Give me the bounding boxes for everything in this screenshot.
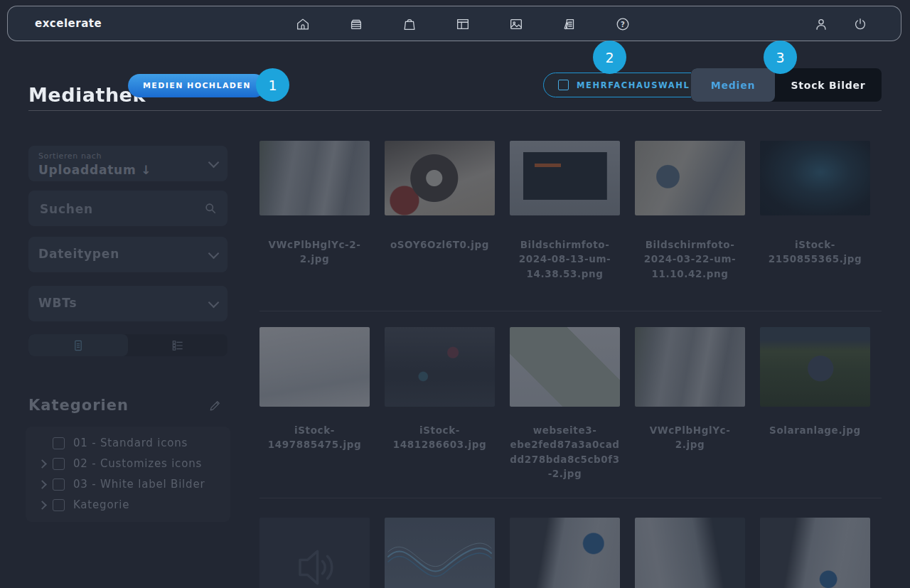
checkbox[interactable] <box>53 499 65 511</box>
media-item[interactable]: iStock-1497885475.jpg <box>259 327 370 481</box>
media-item[interactable]: Bildschirmfoto-2024-03-22-um-11.10.42.pn… <box>635 141 745 281</box>
thumbnail-image <box>385 327 495 407</box>
file-name: iStock-2150855365.jpg <box>760 237 870 267</box>
annotation-badge-2: 2 <box>593 41 626 74</box>
wbts-dropdown[interactable]: WBTs <box>28 286 228 321</box>
chevron-down-icon <box>208 297 220 309</box>
media-item[interactable] <box>259 518 370 588</box>
category-label: 01 - Standard icons <box>73 437 188 449</box>
category-item: Kategorie <box>26 496 230 516</box>
category-item: 03 - White label Bilder <box>26 475 230 496</box>
media-item[interactable] <box>385 518 495 588</box>
categories-title: Kategorien <box>28 397 129 414</box>
speaker-icon <box>285 538 345 588</box>
thumbnail-image <box>259 327 370 407</box>
multiselect-button[interactable]: MEHRFACHAUSWAHL <box>543 73 705 97</box>
media-source-tabs: Medien Stock Bilder <box>691 68 882 102</box>
wave-graphic <box>385 518 495 588</box>
media-item[interactable] <box>760 518 870 588</box>
categories-list: 01 - Standard icons 02 - Customizes icon… <box>26 427 230 522</box>
list-view-icon <box>171 338 185 353</box>
checkbox[interactable] <box>53 458 65 470</box>
file-name: oSOY6Ozl6T0.jpg <box>390 237 489 252</box>
file-name: webseite3-ebe2fed87a3a0caddd278bda8c5cb0… <box>510 423 620 481</box>
media-item[interactable]: iStock-1481286603.jpg <box>385 327 495 481</box>
upload-media-button[interactable]: MEDIEN HOCHLADEN <box>128 74 266 97</box>
chevron-down-icon <box>208 248 220 260</box>
grid-view-icon <box>71 338 85 353</box>
media-item[interactable]: webseite3-ebe2fed87a3a0caddd278bda8c5cb0… <box>510 327 620 481</box>
checkbox-icon <box>558 80 569 90</box>
file-name: iStock-1481286603.jpg <box>385 423 495 452</box>
thumbnail-image <box>760 518 870 588</box>
list-view-button[interactable] <box>128 334 228 356</box>
chevron-right-icon[interactable] <box>38 459 47 469</box>
tab-stock-bilder[interactable]: Stock Bilder <box>775 68 882 102</box>
chevron-right-icon[interactable] <box>38 501 47 510</box>
media-item[interactable]: VWcPlbHglYc-2.jpg <box>635 327 745 481</box>
annotation-badge-1: 1 <box>256 68 289 102</box>
file-name: Solaranlage.jpg <box>769 423 861 437</box>
media-item[interactable]: Bildschirmfoto-2024-08-13-um-14.38.53.pn… <box>510 141 620 281</box>
search-icon[interactable] <box>203 201 218 215</box>
row-separator <box>259 498 882 498</box>
thumbnail-image <box>760 327 870 407</box>
media-item[interactable]: VWcPlbHglYc-2-2.jpg <box>259 141 370 281</box>
thumbnail-image <box>385 518 495 588</box>
categories-header: Kategorien <box>28 397 228 417</box>
file-name: Bildschirmfoto-2024-03-22-um-11.10.42.pn… <box>635 237 745 281</box>
wbts-label: WBTs <box>38 296 77 310</box>
view-toggle <box>28 334 228 356</box>
thumbnail-image <box>635 141 745 215</box>
search-input[interactable] <box>38 191 198 228</box>
media-item[interactable]: oSOY6Ozl6T0.jpg <box>385 141 495 281</box>
media-item[interactable] <box>510 518 620 588</box>
category-item: 01 - Standard icons <box>26 434 230 454</box>
media-item[interactable]: iStock-2150855365.jpg <box>760 141 870 281</box>
mediathek-page: excelerate ? <box>0 0 910 588</box>
sort-value: Uploaddatum ↓ <box>38 163 151 177</box>
thumbnail-image <box>385 141 495 215</box>
category-label: Kategorie <box>73 498 129 511</box>
category-label: 02 - Customizes icons <box>73 457 202 470</box>
sort-dropdown[interactable]: Sortieren nach Uploaddatum ↓ <box>28 146 228 181</box>
search-field <box>28 191 228 226</box>
dateitypen-label: Dateitypen <box>38 247 119 261</box>
multiselect-label: MEHRFACHAUSWAHL <box>577 80 690 90</box>
header-divider <box>28 110 882 111</box>
dateitypen-dropdown[interactable]: Dateitypen <box>28 237 228 272</box>
chevron-down-icon <box>208 157 220 169</box>
checkbox[interactable] <box>53 437 65 449</box>
media-row: VWcPlbHglYc-2-2.jpg oSOY6Ozl6T0.jpg Bild… <box>259 141 882 281</box>
thumbnail-audio-placeholder <box>259 518 370 588</box>
file-name: Bildschirmfoto-2024-08-13-um-14.38.53.pn… <box>510 237 620 281</box>
thumbnail-image <box>259 141 370 215</box>
category-item: 02 - Customizes icons <box>26 454 230 475</box>
edit-pencil-icon[interactable] <box>208 399 222 413</box>
media-row <box>259 518 882 588</box>
sort-label: Sortieren nach <box>38 151 102 161</box>
file-name: VWcPlbHglYc-2-2.jpg <box>259 237 370 267</box>
chevron-right-icon[interactable] <box>38 480 47 489</box>
media-row: iStock-1497885475.jpg iStock-1481286603.… <box>259 327 882 481</box>
file-name: VWcPlbHglYc-2.jpg <box>635 423 745 452</box>
category-label: 03 - White label Bilder <box>73 478 205 491</box>
checkbox[interactable] <box>53 479 65 491</box>
row-separator <box>259 311 882 311</box>
grid-view-button[interactable] <box>28 334 128 356</box>
file-name: iStock-1497885475.jpg <box>259 423 370 452</box>
thumbnail-image <box>760 141 870 215</box>
media-item[interactable]: Solaranlage.jpg <box>760 327 870 481</box>
thumbnail-image <box>635 518 745 588</box>
thumbnail-image <box>510 518 620 588</box>
annotation-badge-3: 3 <box>764 41 797 74</box>
tab-medien[interactable]: Medien <box>691 68 775 102</box>
media-item[interactable] <box>635 518 745 588</box>
thumbnail-image <box>510 327 620 407</box>
thumbnail-image <box>635 327 745 407</box>
thumbnail-image <box>510 141 620 215</box>
